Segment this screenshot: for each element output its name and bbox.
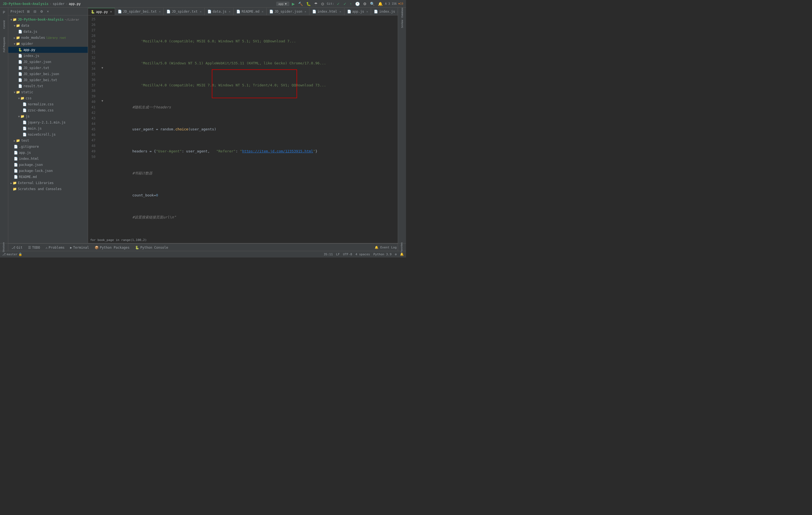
bottom-tab-todo[interactable]: ☰ TODO	[26, 244, 42, 251]
tree-item-index-js[interactable]: 📄 index.js	[8, 53, 88, 59]
tree-item-data-js[interactable]: 📄 data.js	[8, 29, 88, 35]
tree-item-jd-spider-json[interactable]: 📄 JD_spider.json	[8, 59, 88, 65]
structure-btn[interactable]: Structure	[0, 239, 7, 256]
profile-btn[interactable]: ⊙	[320, 2, 325, 6]
tree-item-js[interactable]: ▼ 📁 js	[8, 113, 88, 119]
close-tab-index-html[interactable]: ×	[340, 10, 341, 13]
code-line-28: #随机生成一个headers	[105, 99, 398, 105]
left-sidebar-icons: P Commit Pull Requests	[0, 8, 8, 243]
coverage-btn[interactable]: ☂	[313, 2, 319, 6]
tree-item-node-modules[interactable]: ▶ 📁 node_modules library root	[8, 35, 88, 41]
tree-item-normalize-css[interactable]: 📄 normalize.css	[8, 101, 88, 107]
settings-btn[interactable]: ⚙	[362, 2, 368, 6]
tree-item-jd-spider-txt[interactable]: 📄 JD_spider.txt	[8, 65, 88, 71]
tree-item-package-json[interactable]: 📄 package.json	[8, 162, 88, 168]
git-arrow-btn[interactable]: ↑	[349, 2, 353, 6]
spaces-indicator[interactable]: 4 spaces	[355, 253, 370, 256]
expand-all-btn[interactable]: ⊞	[26, 9, 31, 14]
tree-item-main-js[interactable]: 📄 main.js	[8, 125, 88, 132]
python-packages-icon: 📦	[95, 246, 99, 250]
close-tab-app-js[interactable]: ×	[367, 10, 368, 13]
code-editor[interactable]: 25 26 27 28 29 30 31 32 33 34 35 36 37 3…	[88, 16, 398, 237]
close-tab-readme[interactable]: ×	[262, 10, 263, 13]
code-line-32: count_book=0	[105, 187, 398, 193]
git-tick-btn[interactable]: ✓	[343, 2, 347, 6]
status-bar: ⎇ master 🔒 35:11 LF UTF-8 4 spaces Pytho…	[0, 251, 406, 258]
tab-app-js[interactable]: 📄 app.js ×	[344, 8, 371, 15]
lf-indicator[interactable]: LF	[336, 253, 340, 256]
soview-panel-btn[interactable]: SoView	[399, 20, 406, 28]
tree-item-result-txt[interactable]: 📄 result.txt	[8, 83, 88, 89]
pull-requests-icon[interactable]: Pull Requests	[1, 34, 8, 56]
git-clock-btn[interactable]: 🕐	[354, 2, 360, 6]
line-col-indicator[interactable]: 35:11	[324, 253, 333, 256]
tab-jd-spider-bei[interactable]: 📄 JD_spider_bei.txt ×	[115, 8, 164, 15]
commit-icon[interactable]: Commit	[1, 17, 8, 33]
tree-item-data[interactable]: ▼ 📁 data	[8, 23, 88, 29]
file-name: app.py	[69, 2, 81, 6]
tree-item-index-html[interactable]: 📄 index.html	[8, 156, 88, 162]
tab-jd-spider-txt[interactable]: 📄 JD_spider.txt ×	[164, 8, 205, 15]
close-tab-jd-spider-bei[interactable]: ×	[159, 10, 161, 13]
close-tab-index-js[interactable]: ×	[397, 10, 398, 13]
favorites-btn[interactable]: Favorites	[398, 240, 405, 254]
bottom-tab-python-console[interactable]: 🐍 Python Console	[133, 244, 170, 251]
fold-marker-40[interactable]: ▼	[100, 98, 104, 104]
app-run-btn[interactable]: app ▼	[276, 2, 289, 6]
tree-item-test[interactable]: ▶ 📁 test	[8, 138, 88, 144]
tree-item-app-js[interactable]: 📄 app.js	[8, 150, 88, 156]
bottom-tab-python-packages[interactable]: 📦 Python Packages	[92, 244, 132, 251]
tree-item-jd-spider-bei-txt[interactable]: 📄 JD_spider_bei.txt	[8, 77, 88, 83]
tab-index-js[interactable]: 📄 index.js ×	[371, 8, 398, 15]
tree-item-static[interactable]: ▼ 📁 static	[8, 89, 88, 95]
tree-item-naive-js[interactable]: 📄 naiveScroll.js	[8, 132, 88, 138]
collapse-all-btn[interactable]: ⊟	[32, 9, 38, 14]
project-icon[interactable]: P	[1, 9, 8, 16]
tab-index-html[interactable]: 📄 index.html ×	[310, 8, 344, 15]
tree-item-css[interactable]: ▼ 📁 css	[8, 95, 88, 101]
tree-root[interactable]: ▼ 📁 JD-Python-book-Analysis ~/Librar	[8, 17, 88, 23]
tab-data-js[interactable]: 📄 data.js ×	[205, 8, 234, 15]
python-version-indicator[interactable]: Python 3.9	[373, 253, 392, 256]
breadcrumb-text: for book_page in range(1,100,2)	[90, 238, 147, 242]
tree-item-package-lock[interactable]: 📄 package-lock.json	[8, 168, 88, 174]
tab-app-py[interactable]: 🐍 app.py ×	[88, 8, 115, 15]
bottom-tab-terminal[interactable]: ▶ Terminal	[68, 244, 91, 251]
python-packages-label: Python Packages	[100, 246, 129, 250]
close-tree-btn[interactable]: ×	[46, 9, 50, 14]
run-btn[interactable]: ▶	[291, 2, 296, 6]
build-btn[interactable]: 🔨	[297, 2, 304, 6]
title-bar-right: app ▼ ▶ 🔨 🐛 ☂ ⊙ Git: ✓ ✓ ↑ 🕐 ⚙ 🔍 🔔 A 3 1…	[276, 2, 403, 6]
tree-item-spider[interactable]: ▼ 📁 spider	[8, 41, 88, 47]
tree-item-app-py[interactable]: 🐍 app.py	[8, 47, 88, 53]
event-log-btn[interactable]: 🔔 Event Log	[375, 246, 397, 249]
notify-btn[interactable]: 🔔	[377, 2, 383, 6]
tree-item-jquery[interactable]: 📄 jquery-2.1.1.min.js	[8, 119, 88, 125]
close-tab-data-js[interactable]: ×	[229, 10, 231, 13]
settings-status-icon[interactable]: ⚙	[395, 253, 397, 256]
code-content[interactable]: 'Mozilla/4.0 (compatible; MSIE 6.0; Wind…	[104, 16, 398, 237]
fold-marker-34[interactable]: ▼	[100, 65, 104, 70]
tab-readme[interactable]: 📄 README.md ×	[234, 8, 266, 15]
search-btn[interactable]: 🔍	[369, 2, 375, 6]
bottom-tab-problems[interactable]: ⚠ Problems	[44, 244, 67, 251]
tree-item-zzsc-css[interactable]: 📄 zzsc-demo.css	[8, 107, 88, 113]
tab-jd-spider-json[interactable]: 📄 JD_spider.json ×	[266, 8, 310, 15]
counter-19: ▼19	[398, 2, 403, 5]
close-tab-app-py[interactable]: ×	[110, 10, 112, 13]
close-tab-jd-spider-txt[interactable]: ×	[200, 10, 202, 13]
tree-item-gitignore[interactable]: 📄 .gitignore	[8, 144, 88, 150]
git-check-btn[interactable]: ✓	[336, 2, 341, 6]
debug-btn[interactable]: 🐛	[305, 2, 312, 6]
bottom-tab-git[interactable]: ⎇ Git	[9, 244, 25, 251]
settings-tree-btn[interactable]: ⚙	[39, 9, 45, 14]
database-panel-btn[interactable]: Database	[399, 9, 406, 16]
file-tree-content: ▼ 📁 JD-Python-book-Analysis ~/Librar ▼ 📁…	[8, 16, 88, 243]
encoding-indicator[interactable]: UTF-8	[343, 253, 352, 256]
tree-item-ext-libs[interactable]: ▶ 📁 External Libraries	[8, 180, 88, 186]
tree-item-readme[interactable]: 📄 README.md	[8, 174, 88, 180]
fold-gutter: ▼ ▼	[100, 16, 104, 237]
tree-item-jd-spider-bei-json[interactable]: 📄 JD_spider_bei.json	[8, 71, 88, 77]
tree-item-scratches[interactable]: ▶ 📁 Scratches and Consoles	[8, 186, 88, 192]
close-tab-jd-spider-json[interactable]: ×	[304, 10, 307, 13]
